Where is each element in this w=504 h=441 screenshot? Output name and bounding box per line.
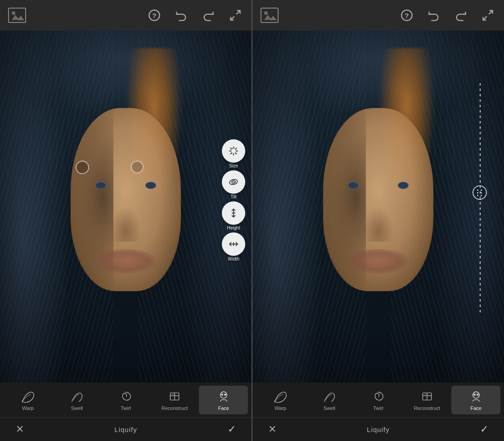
- svg-line-7: [231, 16, 234, 20]
- twirl-tool-right[interactable]: Twirl: [354, 386, 403, 414]
- svg-line-6: [236, 11, 240, 14]
- height-tool-btn[interactable]: [222, 201, 245, 225]
- size-tool-btn[interactable]: [222, 139, 245, 162]
- right-top-bar-center: ?: [399, 7, 496, 23]
- app-title-left: Liquify: [114, 426, 137, 433]
- height-label: Height: [227, 225, 240, 230]
- svg-line-36: [483, 16, 487, 20]
- face-tool-right[interactable]: Face: [451, 386, 500, 414]
- swell-tool-right[interactable]: Swell: [305, 386, 354, 414]
- left-bottom-bar: Warp Swell Twirl: [0, 382, 252, 441]
- swell-tool-left[interactable]: Swell: [53, 386, 102, 414]
- swell-label-left: Swell: [71, 405, 83, 411]
- svg-marker-2: [17, 16, 24, 20]
- right-top-bar-left: [261, 8, 279, 23]
- width-label: Width: [228, 256, 239, 261]
- cancel-btn-right[interactable]: ✕: [263, 420, 281, 438]
- warp-label-left: Warp: [22, 405, 34, 411]
- left-top-bar-left: [8, 8, 26, 23]
- svg-line-14: [235, 153, 237, 154]
- svg-point-18: [231, 180, 235, 184]
- left-action-row: ✕ Liquify ✓: [0, 418, 252, 441]
- left-top-bar-center: ?: [146, 7, 243, 23]
- right-image-area: [252, 31, 504, 382]
- svg-point-3: [12, 11, 15, 15]
- swell-label-right: Swell: [324, 405, 335, 411]
- redo-icon-right[interactable]: [453, 7, 469, 23]
- svg-point-42: [477, 394, 478, 395]
- warp-tool-right[interactable]: Warp: [256, 386, 305, 414]
- left-panel: ?: [0, 0, 252, 441]
- svg-marker-31: [270, 16, 277, 20]
- undo-icon-right[interactable]: [426, 7, 442, 23]
- svg-point-41: [474, 394, 475, 395]
- warp-tool-left[interactable]: Warp: [4, 386, 53, 414]
- twirl-label-left: Twirl: [121, 405, 131, 411]
- svg-line-16: [230, 153, 232, 154]
- left-top-bar: ?: [0, 0, 252, 31]
- svg-line-13: [230, 148, 232, 149]
- help-icon-left[interactable]: ?: [146, 7, 162, 23]
- expand-icon-left[interactable]: [227, 7, 243, 23]
- left-tools-row: Warp Swell Twirl: [0, 382, 252, 418]
- drag-dots: [477, 189, 483, 196]
- gallery-icon-right[interactable]: [261, 8, 279, 23]
- left-image-area: Size Tilt: [0, 31, 252, 382]
- right-action-row: ✕ Liquify ✓: [252, 418, 504, 441]
- svg-rect-0: [9, 9, 26, 23]
- confirm-btn-right[interactable]: ✓: [475, 420, 493, 438]
- svg-line-15: [235, 148, 237, 149]
- svg-point-27: [221, 394, 223, 395]
- confirm-btn-left[interactable]: ✓: [223, 420, 241, 438]
- svg-point-28: [224, 394, 225, 395]
- svg-line-35: [489, 11, 492, 14]
- right-panel: ?: [252, 0, 504, 441]
- app-title-right: Liquify: [367, 426, 389, 433]
- face-label-right: Face: [470, 405, 481, 411]
- right-tools-row: Warp Swell Twirl: [252, 382, 504, 418]
- face-label-left: Face: [218, 405, 229, 411]
- reconstruct-tool-left[interactable]: Reconstruct: [150, 386, 199, 414]
- right-bottom-bar: Warp Swell Twirl: [252, 382, 504, 441]
- redo-icon-left[interactable]: [200, 7, 216, 23]
- twirl-tool-left[interactable]: Twirl: [101, 386, 150, 414]
- left-portrait: [0, 31, 252, 382]
- reconstruct-tool-right[interactable]: Reconstruct: [403, 386, 452, 414]
- expand-icon-right[interactable]: [480, 7, 496, 23]
- reconstruct-label-left: Reconstruct: [162, 405, 188, 411]
- svg-point-32: [264, 11, 268, 15]
- cancel-btn-left[interactable]: ✕: [11, 420, 29, 438]
- app-container: ?: [0, 0, 504, 441]
- tool-controls-panel: Size Tilt: [222, 139, 245, 261]
- warp-label-right: Warp: [274, 405, 286, 411]
- help-icon-right[interactable]: ?: [399, 7, 415, 23]
- undo-icon-left[interactable]: [173, 7, 189, 23]
- width-tool-btn[interactable]: [222, 232, 245, 256]
- gallery-icon[interactable]: [8, 8, 26, 23]
- face-tool-left[interactable]: Face: [199, 386, 248, 414]
- right-top-bar: ?: [252, 0, 504, 31]
- svg-text:?: ?: [152, 12, 156, 19]
- svg-text:?: ?: [405, 12, 409, 19]
- reconstruct-label-right: Reconstruct: [414, 405, 441, 411]
- size-label: Size: [229, 163, 238, 168]
- drag-handle[interactable]: [472, 185, 487, 200]
- twirl-label-right: Twirl: [373, 405, 383, 411]
- right-portrait: [252, 31, 504, 382]
- svg-rect-29: [261, 9, 279, 23]
- tilt-label: Tilt: [231, 194, 237, 199]
- tilt-tool-btn[interactable]: [222, 170, 245, 194]
